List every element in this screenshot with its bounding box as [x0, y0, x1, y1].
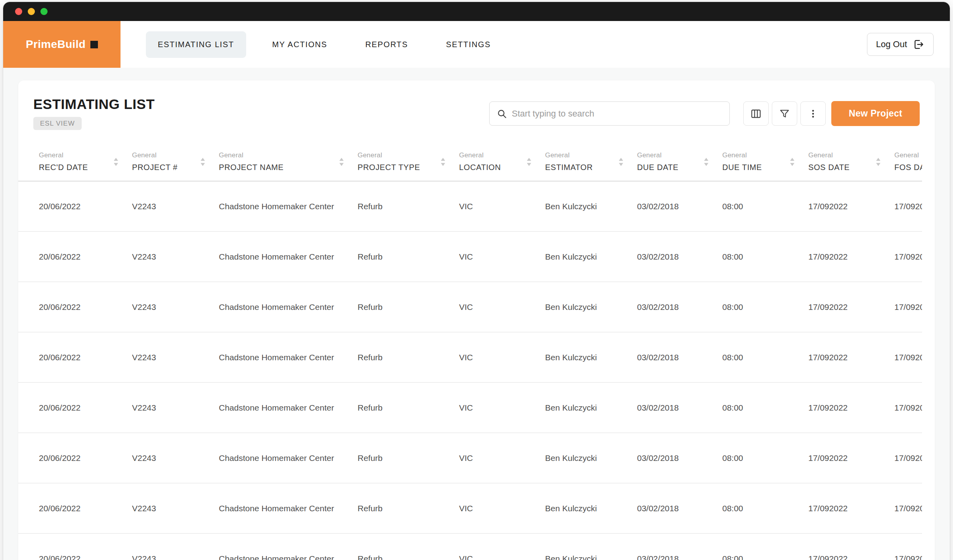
top-navbar: PrimeBuild ESTIMATING LIST MY ACTIONS RE… [3, 21, 950, 68]
column-header-project_name[interactable]: GeneralPROJECT NAME [219, 132, 358, 181]
cell-fos_date: 17/092022 [894, 332, 922, 382]
table-row[interactable]: 20/06/2022V2243Chadstone Homemaker Cente… [18, 382, 922, 433]
cell-project_type: Refurb [358, 231, 459, 282]
cell-fos_date: 17/092022 [894, 181, 922, 231]
square-glyph-icon [90, 41, 98, 48]
cell-location: VIC [459, 282, 545, 332]
sort-icon[interactable] [440, 158, 446, 166]
cell-location: VIC [459, 483, 545, 533]
more-options-button[interactable] [800, 101, 826, 126]
cell-project_no: V2243 [132, 231, 219, 282]
cell-due_date: 03/02/2018 [637, 332, 722, 382]
sort-icon[interactable] [200, 158, 205, 166]
cell-estimator: Ben Kulczycki [545, 332, 637, 382]
filter-button[interactable] [772, 101, 797, 126]
cell-project_name: Chadstone Homemaker Center [219, 533, 358, 560]
column-label: PROJECT NAME [219, 163, 358, 172]
column-group-label: General [219, 151, 358, 159]
cell-recd_date: 20/06/2022 [18, 483, 132, 533]
cell-project_name: Chadstone Homemaker Center [219, 433, 358, 483]
tab-reports[interactable]: REPORTS [354, 31, 420, 58]
toolbar: New Project [489, 101, 920, 126]
table-row[interactable]: 20/06/2022V2243Chadstone Homemaker Cente… [18, 181, 922, 231]
table-row[interactable]: 20/06/2022V2243Chadstone Homemaker Cente… [18, 231, 922, 282]
cell-recd_date: 20/06/2022 [18, 231, 132, 282]
columns-view-button[interactable] [743, 101, 769, 126]
column-header-fos_date[interactable]: GeneralFOS DATE [894, 132, 922, 181]
cell-estimator: Ben Kulczycki [545, 382, 637, 433]
cell-sos_date: 17/092022 [808, 231, 894, 282]
column-header-project_type[interactable]: GeneralPROJECT TYPE [358, 132, 459, 181]
table-row[interactable]: 20/06/2022V2243Chadstone Homemaker Cente… [18, 533, 922, 560]
cell-fos_date: 17/092022 [894, 282, 922, 332]
column-header-location[interactable]: GeneralLOCATION [459, 132, 545, 181]
tab-settings[interactable]: SETTINGS [434, 31, 503, 58]
tab-my-actions[interactable]: MY ACTIONS [260, 31, 339, 58]
column-label: DUE DATE [637, 163, 722, 172]
column-header-due_date[interactable]: GeneralDUE DATE [637, 132, 722, 181]
search-icon [497, 109, 507, 119]
cell-recd_date: 20/06/2022 [18, 181, 132, 231]
tab-estimating-list[interactable]: ESTIMATING LIST [146, 31, 246, 58]
cell-location: VIC [459, 533, 545, 560]
cell-project_no: V2243 [132, 181, 219, 231]
cell-due_time: 08:00 [722, 231, 808, 282]
cell-due_time: 08:00 [722, 282, 808, 332]
cell-sos_date: 17/092022 [808, 181, 894, 231]
maximize-button[interactable] [40, 8, 48, 15]
cell-fos_date: 17/092022 [894, 533, 922, 560]
table-row[interactable]: 20/06/2022V2243Chadstone Homemaker Cente… [18, 282, 922, 332]
cell-project_name: Chadstone Homemaker Center [219, 483, 358, 533]
cell-estimator: Ben Kulczycki [545, 231, 637, 282]
cell-recd_date: 20/06/2022 [18, 382, 132, 433]
cell-due_date: 03/02/2018 [637, 181, 722, 231]
column-group-label: General [808, 151, 894, 159]
cell-due_time: 08:00 [722, 382, 808, 433]
table-row[interactable]: 20/06/2022V2243Chadstone Homemaker Cente… [18, 483, 922, 533]
sort-icon[interactable] [526, 158, 532, 166]
logout-label: Log Out [876, 39, 907, 50]
cell-recd_date: 20/06/2022 [18, 533, 132, 560]
column-header-due_time[interactable]: GeneralDUE TIME [722, 132, 808, 181]
sort-icon[interactable] [618, 158, 624, 166]
column-header-estimator[interactable]: GeneralESTIMATOR [545, 132, 637, 181]
cell-location: VIC [459, 382, 545, 433]
close-button[interactable] [15, 8, 22, 15]
brand-logo[interactable]: PrimeBuild [3, 21, 121, 68]
cell-recd_date: 20/06/2022 [18, 282, 132, 332]
cell-project_type: Refurb [358, 382, 459, 433]
cell-due_date: 03/02/2018 [637, 533, 722, 560]
estimating-table: GeneralREC'D DATEGeneralPROJECT #General… [18, 132, 922, 560]
cell-project_name: Chadstone Homemaker Center [219, 181, 358, 231]
titlebar [3, 2, 950, 21]
column-header-sos_date[interactable]: GeneralSOS DATE [808, 132, 894, 181]
column-header-recd_date[interactable]: GeneralREC'D DATE [18, 132, 132, 181]
new-project-button[interactable]: New Project [831, 101, 920, 126]
sort-icon[interactable] [339, 158, 344, 166]
table-row[interactable]: 20/06/2022V2243Chadstone Homemaker Cente… [18, 433, 922, 483]
cell-project_type: Refurb [358, 483, 459, 533]
sort-icon[interactable] [876, 158, 881, 166]
sort-icon[interactable] [704, 158, 709, 166]
cell-estimator: Ben Kulczycki [545, 181, 637, 231]
cell-project_no: V2243 [132, 382, 219, 433]
minimize-button[interactable] [28, 8, 35, 15]
sort-icon[interactable] [113, 158, 119, 166]
table-row[interactable]: 20/06/2022V2243Chadstone Homemaker Cente… [18, 332, 922, 382]
column-label: PROJECT # [132, 163, 219, 172]
brand-name: PrimeBuild [26, 38, 86, 51]
column-header-project_no[interactable]: GeneralPROJECT # [132, 132, 219, 181]
cell-fos_date: 17/092022 [894, 382, 922, 433]
sort-icon[interactable] [790, 158, 795, 166]
cell-location: VIC [459, 332, 545, 382]
cell-sos_date: 17/092022 [808, 483, 894, 533]
cell-due_time: 08:00 [722, 181, 808, 231]
logout-button[interactable]: Log Out [867, 33, 934, 56]
search-input[interactable] [512, 109, 729, 119]
cell-due_time: 08:00 [722, 533, 808, 560]
cell-project_no: V2243 [132, 483, 219, 533]
cell-due_date: 03/02/2018 [637, 483, 722, 533]
cell-due_date: 03/02/2018 [637, 282, 722, 332]
app-window: PrimeBuild ESTIMATING LIST MY ACTIONS RE… [3, 2, 950, 560]
cell-project_name: Chadstone Homemaker Center [219, 382, 358, 433]
